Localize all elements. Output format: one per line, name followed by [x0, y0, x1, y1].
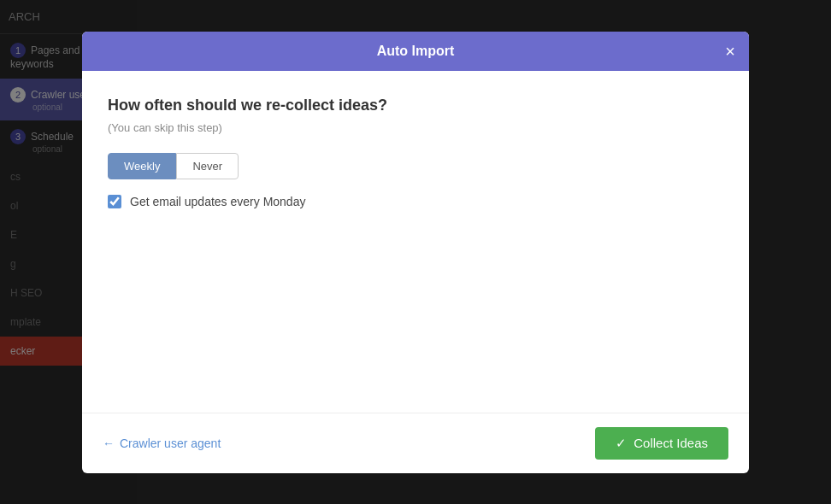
modal-title: Auto Import [377, 44, 455, 59]
back-arrow-icon: ← [103, 437, 115, 450]
auto-import-modal: Auto Import × How often should we re-col… [82, 32, 749, 473]
collect-ideas-label: Collect Ideas [634, 436, 708, 450]
frequency-weekly-button[interactable]: Weekly [108, 153, 176, 179]
back-to-crawler-link[interactable]: ← Crawler user agent [103, 437, 221, 450]
email-updates-label: Get email updates every Monday [130, 195, 305, 208]
collect-checkmark-icon: ✓ [616, 436, 627, 451]
frequency-button-group: Weekly Never [108, 153, 723, 179]
email-updates-checkbox[interactable] [108, 195, 121, 208]
collect-ideas-button[interactable]: ✓ Collect Ideas [595, 427, 728, 460]
modal-header: Auto Import × [82, 32, 749, 71]
email-updates-row: Get email updates every Monday [108, 195, 723, 208]
modal-close-button[interactable]: × [725, 43, 735, 60]
modal-overlay: Auto Import × How often should we re-col… [0, 0, 831, 504]
modal-footer: ← Crawler user agent ✓ Collect Ideas [82, 413, 749, 473]
frequency-never-button[interactable]: Never [176, 153, 239, 179]
modal-question: How often should we re-collect ideas? [108, 97, 723, 114]
back-link-label: Crawler user agent [120, 437, 221, 450]
modal-subtitle: (You can skip this step) [108, 121, 723, 134]
modal-body: How often should we re-collect ideas? (Y… [82, 71, 749, 413]
